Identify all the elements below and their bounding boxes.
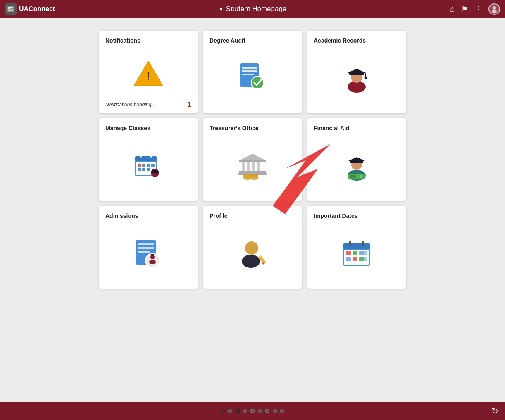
tile-manage-classes[interactable]: Manage Classes bbox=[99, 118, 198, 201]
svg-rect-34 bbox=[140, 153, 142, 158]
refresh-icon[interactable]: ↻ bbox=[491, 406, 498, 416]
home-icon[interactable]: ⌂ bbox=[450, 5, 455, 14]
svg-rect-59 bbox=[138, 247, 154, 249]
tile-admissions[interactable]: Admissions bbox=[99, 206, 198, 289]
svg-rect-82 bbox=[364, 251, 367, 255]
svg-point-49 bbox=[250, 174, 258, 178]
svg-rect-80 bbox=[353, 257, 357, 261]
dot-6[interactable] bbox=[258, 409, 262, 413]
tile-degree-audit-title: Degree Audit bbox=[210, 37, 295, 44]
svg-rect-79 bbox=[346, 257, 351, 261]
page-title: Student Homepage bbox=[226, 5, 287, 13]
svg-rect-31 bbox=[147, 168, 150, 171]
svg-rect-2 bbox=[8, 10, 10, 11]
logo-text: UAConnect bbox=[19, 5, 55, 13]
svg-rect-74 bbox=[349, 241, 351, 246]
svg-rect-12 bbox=[242, 70, 257, 72]
svg-rect-83 bbox=[364, 257, 367, 261]
dot-3[interactable] bbox=[236, 409, 240, 413]
svg-rect-58 bbox=[138, 243, 154, 245]
svg-point-7 bbox=[492, 10, 497, 13]
svg-rect-81 bbox=[359, 257, 364, 261]
notification-text: Notifications pending... bbox=[105, 102, 155, 107]
tile-degree-audit-icon-area bbox=[210, 47, 295, 108]
dot-5[interactable] bbox=[250, 409, 255, 413]
svg-rect-28 bbox=[151, 164, 155, 167]
tile-profile[interactable]: Profile bbox=[203, 206, 302, 289]
tile-treasurers-office-icon-area bbox=[210, 135, 295, 196]
tile-financial-aid-icon-area bbox=[314, 135, 400, 196]
notification-count: 1 bbox=[188, 101, 191, 108]
flag-icon[interactable]: ⚑ bbox=[461, 5, 468, 14]
tile-notifications-icon-area: ! bbox=[105, 47, 191, 99]
tile-financial-aid[interactable]: Financial Aid bbox=[307, 118, 406, 201]
title-arrow: ▼ bbox=[219, 6, 224, 12]
tile-profile-title: Profile bbox=[210, 212, 295, 219]
logo[interactable]: UAConnect bbox=[5, 3, 55, 15]
svg-rect-78 bbox=[359, 251, 364, 255]
svg-point-21 bbox=[365, 77, 367, 79]
svg-point-63 bbox=[150, 255, 155, 259]
page-title-area: ▼ Student Homepage bbox=[55, 5, 450, 13]
svg-rect-3 bbox=[10, 7, 13, 8]
svg-rect-30 bbox=[142, 168, 145, 171]
svg-point-66 bbox=[245, 241, 258, 255]
important-dates-icon bbox=[340, 236, 373, 270]
menu-icon[interactable]: ⋮ bbox=[474, 5, 482, 14]
svg-rect-40 bbox=[247, 162, 250, 171]
svg-text:!: ! bbox=[146, 69, 150, 83]
admissions-icon bbox=[132, 236, 165, 270]
svg-rect-1 bbox=[8, 7, 10, 9]
notification-status: Notifications pending... 1 bbox=[105, 101, 191, 108]
svg-rect-23 bbox=[135, 156, 157, 161]
tile-notifications-title: Notifications bbox=[105, 37, 191, 44]
svg-rect-5 bbox=[10, 10, 13, 11]
tile-admissions-title: Admissions bbox=[105, 212, 191, 219]
dot-7[interactable] bbox=[265, 409, 269, 413]
tile-important-dates-icon-area bbox=[314, 222, 400, 284]
tile-treasurers-office[interactable]: Treasurer's Office bbox=[203, 118, 302, 201]
tile-notifications[interactable]: Notifications ! Notifications pending...… bbox=[99, 31, 198, 113]
svg-rect-27 bbox=[147, 164, 150, 167]
tile-academic-records-icon-area bbox=[314, 47, 400, 108]
financial-aid-icon bbox=[340, 149, 373, 182]
dot-1[interactable] bbox=[221, 409, 225, 413]
svg-rect-76 bbox=[346, 251, 351, 255]
tile-important-dates[interactable]: Important Dates bbox=[307, 206, 406, 289]
warning-icon: ! bbox=[132, 59, 165, 88]
svg-rect-26 bbox=[142, 164, 145, 167]
svg-point-64 bbox=[149, 260, 156, 264]
tile-manage-classes-icon-area bbox=[105, 135, 191, 196]
svg-rect-42 bbox=[257, 162, 260, 171]
tile-academic-records[interactable]: Academic Records bbox=[307, 31, 406, 113]
dot-8[interactable] bbox=[273, 409, 277, 413]
profile-icon bbox=[236, 236, 269, 270]
svg-rect-35 bbox=[150, 153, 152, 158]
svg-rect-13 bbox=[242, 74, 254, 75]
svg-rect-4 bbox=[10, 9, 13, 10]
dot-9[interactable] bbox=[280, 409, 284, 413]
avatar[interactable] bbox=[488, 3, 500, 15]
svg-rect-39 bbox=[242, 162, 245, 171]
tile-degree-audit[interactable]: Degree Audit bbox=[203, 31, 302, 113]
main-content: Notifications ! Notifications pending...… bbox=[0, 18, 505, 402]
tile-treasurers-office-title: Treasurer's Office bbox=[210, 125, 295, 131]
svg-rect-55 bbox=[350, 175, 356, 178]
treasurers-icon bbox=[236, 149, 269, 182]
dot-2[interactable] bbox=[228, 409, 232, 413]
svg-point-6 bbox=[493, 6, 496, 10]
logo-icon bbox=[5, 3, 17, 15]
tile-financial-aid-title: Financial Aid bbox=[314, 125, 400, 131]
app-footer: ↻ bbox=[0, 402, 505, 420]
dot-4[interactable] bbox=[243, 409, 247, 413]
svg-rect-60 bbox=[138, 251, 150, 253]
svg-rect-37 bbox=[239, 171, 266, 173]
svg-point-16 bbox=[348, 81, 366, 93]
tiles-grid: Notifications ! Notifications pending...… bbox=[99, 31, 406, 289]
tile-important-dates-title: Important Dates bbox=[314, 212, 400, 219]
app-header: UAConnect ▼ Student Homepage ⌂ ⚑ ⋮ bbox=[0, 0, 505, 18]
svg-rect-36 bbox=[239, 160, 266, 162]
svg-rect-41 bbox=[252, 162, 255, 171]
header-actions: ⌂ ⚑ ⋮ bbox=[450, 3, 500, 15]
academic-records-icon bbox=[340, 61, 373, 94]
